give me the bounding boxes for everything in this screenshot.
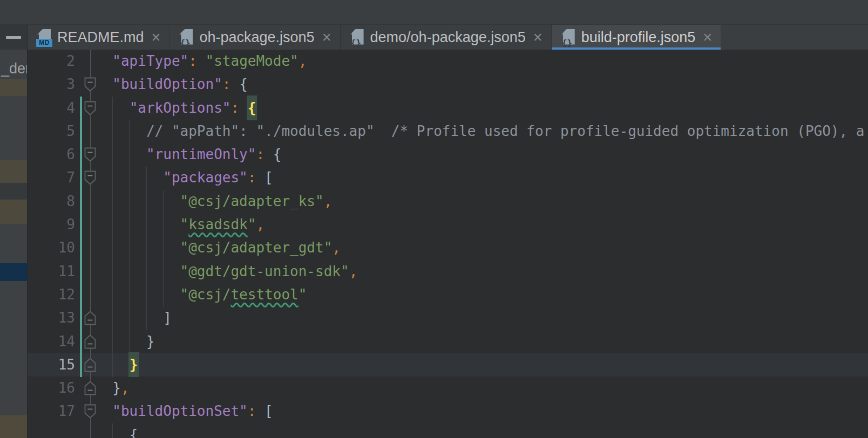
tab-label: build-profile.json5 bbox=[581, 29, 696, 46]
fold-collapse-icon[interactable] bbox=[84, 77, 96, 92]
fold-collapse-icon[interactable] bbox=[84, 101, 96, 115]
line-number: 3 bbox=[28, 73, 75, 96]
hide-project-panel-button[interactable] bbox=[0, 25, 28, 50]
tree-row-selected-olive[interactable] bbox=[0, 415, 27, 438]
code-text: { bbox=[96, 423, 138, 438]
code-text: } bbox=[96, 330, 155, 353]
line-number: 9 bbox=[28, 213, 75, 236]
fold-collapse-icon[interactable] bbox=[84, 170, 96, 185]
code-line-11[interactable]: 11 "@gdt/gdt-union-sdk", bbox=[28, 260, 868, 283]
code-editor[interactable]: 2 "apiType": "stageMode",3 "buildOption"… bbox=[28, 50, 868, 438]
line-number: 8 bbox=[28, 190, 75, 213]
json5-braces-glyph: {} bbox=[351, 38, 361, 48]
code-line-13[interactable]: 13 ] bbox=[28, 306, 868, 330]
code-text: "@gdt/gdt-union-sdk", bbox=[96, 260, 357, 283]
json5-file-icon: {} bbox=[179, 29, 194, 46]
window-title-bar bbox=[0, 0, 868, 25]
code-text: }, bbox=[96, 377, 130, 400]
code-text: "@csj/adapter_ks", bbox=[96, 190, 332, 213]
code-line-8[interactable]: 8 "@csj/adapter_ks", bbox=[28, 190, 868, 213]
markdown-file-icon: MD bbox=[37, 29, 52, 46]
code-line-17[interactable]: 17 "buildOptionSet": [ bbox=[28, 400, 868, 423]
code-text: "runtimeOnly": { bbox=[96, 143, 281, 166]
tree-row-selected-navy[interactable] bbox=[0, 263, 27, 281]
tab-label: README.md bbox=[57, 29, 144, 46]
code-line-7[interactable]: 7 "packages": [ bbox=[28, 166, 868, 189]
ide-window: MDREADME.md×{}oh-package.json5×{}demo/oh… bbox=[0, 0, 868, 438]
code-text: // "apPath": "./modules.ap" /* Profile u… bbox=[96, 120, 864, 143]
tab-oh-package.json5[interactable]: {}oh-package.json5× bbox=[169, 25, 340, 50]
line-number: 14 bbox=[28, 330, 75, 353]
editor-tab-bar: MDREADME.md×{}oh-package.json5×{}demo/oh… bbox=[0, 25, 868, 50]
editor-lines: 2 "apiType": "stageMode",3 "buildOption"… bbox=[28, 50, 868, 438]
tree-row-selected-olive[interactable] bbox=[0, 79, 27, 96]
tab-strip: MDREADME.md×{}oh-package.json5×{}demo/oh… bbox=[28, 25, 868, 50]
line-number: 15 bbox=[28, 353, 75, 377]
tab-close-icon[interactable]: × bbox=[152, 30, 161, 45]
code-text: "@csj/testtool" bbox=[96, 283, 307, 306]
project-tree-clipped-label: _der bbox=[1, 60, 28, 77]
fold-collapse-icon[interactable] bbox=[84, 147, 96, 162]
line-number: 2 bbox=[28, 50, 75, 73]
code-line-5[interactable]: 5 // "apPath": "./modules.ap" /* Profile… bbox=[28, 120, 868, 143]
line-number: 6 bbox=[28, 143, 75, 166]
code-line-2[interactable]: 2 "apiType": "stageMode", bbox=[28, 50, 868, 73]
line-number: 12 bbox=[28, 283, 75, 306]
json5-file-icon: {} bbox=[561, 29, 576, 46]
code-line-partial[interactable]: { bbox=[28, 423, 868, 438]
code-line-4[interactable]: 4 "arkOptions": { bbox=[28, 97, 868, 120]
code-text: "apiType": "stageMode", bbox=[96, 50, 307, 73]
json5-braces-glyph: {} bbox=[562, 38, 572, 48]
code-text: } bbox=[96, 353, 138, 377]
line-number: 13 bbox=[28, 306, 75, 330]
code-text: "@csj/adapter_gdt", bbox=[96, 236, 341, 259]
tab-label: demo/oh-package.json5 bbox=[370, 29, 526, 46]
project-tree-strip[interactable]: _der bbox=[0, 50, 28, 438]
code-line-6[interactable]: 6 "runtimeOnly": { bbox=[28, 143, 868, 166]
code-line-14[interactable]: 14 } bbox=[28, 330, 868, 353]
hide-panel-icon bbox=[6, 36, 21, 39]
tree-row-row-dark[interactable] bbox=[0, 183, 27, 200]
fold-end-icon[interactable] bbox=[84, 358, 96, 372]
tab-demo/oh-package.json5[interactable]: {}demo/oh-package.json5× bbox=[341, 25, 552, 50]
line-number: 16 bbox=[28, 377, 75, 400]
code-line-10[interactable]: 10 "@csj/adapter_gdt", bbox=[28, 236, 868, 259]
main-area: _der 2 "apiType": "stageMode",3 "buildOp… bbox=[0, 50, 868, 438]
line-number: 7 bbox=[28, 166, 75, 189]
code-text: "packages": [ bbox=[96, 166, 273, 189]
code-text: ] bbox=[96, 306, 172, 330]
tab-README.md[interactable]: MDREADME.md× bbox=[28, 25, 169, 50]
tab-close-icon[interactable]: × bbox=[533, 30, 542, 45]
code-text: "arkOptions": { bbox=[96, 97, 256, 120]
tree-row-selected-olive[interactable] bbox=[0, 160, 27, 183]
code-line-15[interactable]: 15 } bbox=[28, 353, 868, 377]
md-badge: MD bbox=[36, 39, 52, 47]
tab-close-icon[interactable]: × bbox=[322, 30, 331, 45]
code-text: "buildOptionSet": [ bbox=[96, 400, 273, 423]
fold-end-icon[interactable] bbox=[84, 381, 96, 395]
line-number: 10 bbox=[28, 236, 75, 259]
json5-file-icon: {} bbox=[350, 29, 365, 46]
line-number: 11 bbox=[28, 260, 75, 283]
tab-close-icon[interactable]: × bbox=[703, 30, 712, 45]
line-number: 17 bbox=[28, 400, 75, 423]
code-line-9[interactable]: 9 "ksadsdk", bbox=[28, 213, 868, 236]
tab-label: oh-package.json5 bbox=[199, 29, 314, 46]
tab-build-profile.json5[interactable]: {}build-profile.json5× bbox=[552, 25, 721, 50]
line-number: 5 bbox=[28, 120, 75, 143]
tree-row-selected-olive[interactable] bbox=[0, 200, 27, 224]
fold-end-icon[interactable] bbox=[84, 311, 96, 325]
line-number: 4 bbox=[28, 97, 75, 120]
code-text: "buildOption": { bbox=[96, 73, 248, 96]
code-text: "ksadsdk", bbox=[96, 213, 265, 236]
code-line-16[interactable]: 16 }, bbox=[28, 377, 868, 400]
code-line-12[interactable]: 12 "@csj/testtool" bbox=[28, 283, 868, 306]
fold-end-icon[interactable] bbox=[84, 334, 96, 349]
fold-collapse-icon[interactable] bbox=[84, 404, 96, 419]
code-line-3[interactable]: 3 "buildOption": { bbox=[28, 73, 868, 96]
json5-braces-glyph: {} bbox=[180, 38, 190, 48]
